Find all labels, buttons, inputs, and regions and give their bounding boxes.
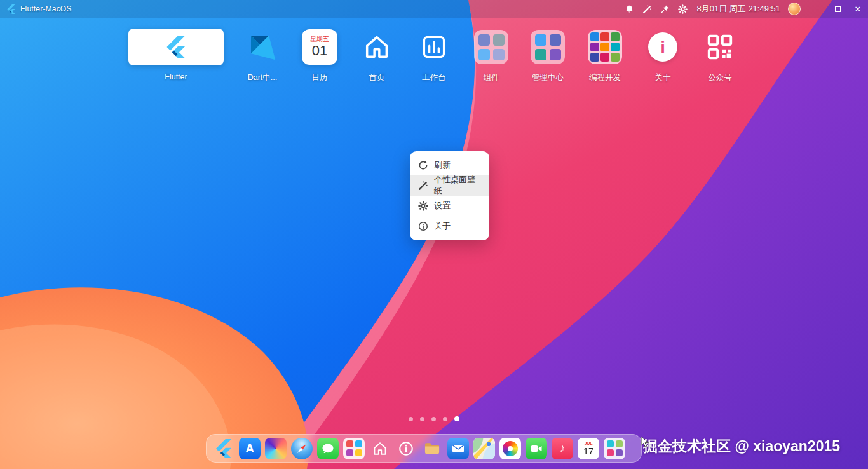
mini-app-icon bbox=[550, 49, 561, 60]
dock-widgets-icon[interactable] bbox=[604, 438, 625, 459]
mini-app-icon bbox=[590, 32, 599, 41]
mini-app-icon bbox=[600, 53, 609, 62]
dock-flutter-icon[interactable] bbox=[213, 438, 234, 459]
dock-photos-icon[interactable] bbox=[499, 438, 521, 459]
menu-item-label: 个性桌面壁纸 bbox=[434, 174, 481, 197]
dock-messages-icon[interactable] bbox=[317, 438, 339, 459]
dock-folder-icon[interactable] bbox=[421, 438, 443, 459]
watermark: 掘金技术社区 @ xiaoyan2015 bbox=[643, 437, 840, 456]
menu-item-label: 关于 bbox=[434, 221, 451, 232]
desktop-icon-calendar[interactable]: 星期五 01 日历 bbox=[291, 29, 348, 83]
window-title: Flutter-MacOS bbox=[20, 4, 72, 13]
mini-app-icon bbox=[550, 34, 561, 46]
desktop-icon-label: Flutter bbox=[165, 72, 187, 81]
maximize-button[interactable] bbox=[827, 0, 848, 18]
desktop-icon-label: 组件 bbox=[484, 72, 499, 83]
desktop: Flutter-MacOS 8月01日 周五 21:49:51 — ✕ bbox=[0, 0, 868, 469]
dock-appstore-icon[interactable]: A bbox=[239, 438, 261, 459]
dock-facetime-icon[interactable] bbox=[526, 438, 547, 459]
wand-icon[interactable] bbox=[638, 0, 656, 18]
titlebar-tray: 8月01日 周五 21:49:51 — ✕ bbox=[620, 0, 868, 18]
desktop-icon-label: 公众号 bbox=[708, 72, 732, 83]
dock-applauncher-icon[interactable] bbox=[343, 438, 365, 459]
info-icon: i bbox=[648, 32, 677, 62]
mini-app-icon bbox=[478, 34, 490, 46]
mini-app-icon bbox=[600, 32, 609, 41]
minimize-button[interactable]: — bbox=[807, 0, 827, 18]
menu-item-refresh[interactable]: 刷新 bbox=[410, 155, 489, 175]
desktop-icon-label: 首页 bbox=[369, 72, 385, 83]
desktop-icon-label: 关于 bbox=[655, 72, 671, 83]
calendar-widget: 星期五 01 bbox=[302, 29, 337, 65]
close-button[interactable]: ✕ bbox=[848, 0, 868, 18]
flutter-logo-icon bbox=[6, 4, 16, 14]
menu-item-label: 刷新 bbox=[434, 160, 451, 171]
desktop-icon-official-account[interactable]: 公众号 bbox=[691, 29, 749, 83]
pager-dot[interactable] bbox=[443, 417, 447, 421]
mini-app-icon bbox=[493, 34, 505, 46]
pager-dot[interactable] bbox=[409, 417, 413, 421]
desktop-icon-home[interactable]: 首页 bbox=[348, 29, 405, 83]
desktop-icon-workbench[interactable]: 工作台 bbox=[405, 29, 463, 83]
mouse-cursor bbox=[641, 436, 652, 449]
dock-mail-icon[interactable] bbox=[447, 438, 469, 459]
pager-dot[interactable] bbox=[420, 417, 424, 421]
menu-item-settings[interactable]: 设置 bbox=[410, 196, 489, 216]
context-menu: 刷新 个性桌面壁纸 设置 关于 bbox=[410, 151, 489, 240]
flutter-logo-icon bbox=[165, 36, 187, 58]
desktop-icon-dev[interactable]: 编程开发 bbox=[576, 29, 634, 83]
flutter-app-card bbox=[128, 29, 224, 65]
mini-app-icon bbox=[493, 49, 505, 60]
widgets-folder bbox=[474, 30, 508, 64]
mini-app-icon bbox=[535, 49, 546, 60]
desktop-icon-label: 工作台 bbox=[422, 72, 446, 83]
mini-app-icon bbox=[478, 49, 490, 60]
desktop-icon-flutter[interactable]: Flutter bbox=[128, 29, 224, 81]
dock-maps-icon[interactable] bbox=[473, 438, 495, 459]
desktop-icon-label: 管理中心 bbox=[532, 72, 564, 83]
mini-app-icon bbox=[611, 32, 620, 41]
mini-app-icon bbox=[600, 43, 609, 51]
dock: A ♪ JUL bbox=[206, 434, 642, 463]
dock-gallery-icon[interactable] bbox=[265, 438, 287, 459]
pin-icon[interactable] bbox=[656, 0, 674, 18]
dev-folder bbox=[588, 30, 622, 64]
wand-icon bbox=[418, 180, 428, 191]
titlebar: Flutter-MacOS 8月01日 周五 21:49:51 — ✕ bbox=[0, 0, 868, 18]
pager bbox=[409, 416, 459, 421]
desktop-icon-label: Dart中... bbox=[248, 72, 278, 83]
menu-item-label: 设置 bbox=[434, 200, 451, 212]
pager-dot[interactable] bbox=[454, 416, 459, 421]
mini-app-icon bbox=[611, 43, 620, 51]
desktop-icon-label: 编程开发 bbox=[589, 72, 621, 83]
gear-icon bbox=[418, 201, 428, 211]
gear-icon[interactable] bbox=[674, 0, 691, 18]
qr-code-icon bbox=[705, 29, 735, 65]
desktop-icon-dart[interactable]: Dart中... bbox=[234, 29, 291, 83]
refresh-icon bbox=[418, 160, 428, 170]
info-icon bbox=[418, 221, 428, 231]
dock-safari-icon[interactable] bbox=[291, 438, 313, 459]
dock-home-icon[interactable] bbox=[369, 438, 391, 459]
desktop-icon-about[interactable]: i 关于 bbox=[634, 29, 691, 83]
pager-dot[interactable] bbox=[431, 417, 436, 421]
home-icon bbox=[362, 29, 391, 65]
avatar[interactable] bbox=[788, 3, 801, 15]
admin-folder bbox=[531, 30, 565, 64]
mini-app-icon bbox=[611, 53, 620, 62]
menu-item-wallpaper[interactable]: 个性桌面壁纸 bbox=[410, 175, 489, 196]
dock-info-icon[interactable] bbox=[395, 438, 417, 459]
desktop-icon-widgets[interactable]: 组件 bbox=[463, 29, 520, 83]
maximize-icon bbox=[835, 6, 841, 12]
dock-music-icon[interactable]: ♪ bbox=[552, 438, 573, 459]
desktop-icon-label: 日历 bbox=[312, 72, 328, 83]
bar-chart-icon bbox=[420, 29, 448, 65]
menu-item-about[interactable]: 关于 bbox=[410, 216, 489, 236]
notification-bell-icon[interactable] bbox=[620, 0, 638, 18]
clock: 8月01日 周五 21:49:51 bbox=[696, 3, 780, 15]
mini-app-icon bbox=[590, 43, 599, 51]
dock-calendar-icon[interactable]: JUL 17 bbox=[578, 438, 599, 459]
dart-logo-icon bbox=[245, 29, 280, 65]
desktop-icon-admin-center[interactable]: 管理中心 bbox=[519, 29, 576, 83]
mini-app-icon bbox=[535, 34, 546, 46]
